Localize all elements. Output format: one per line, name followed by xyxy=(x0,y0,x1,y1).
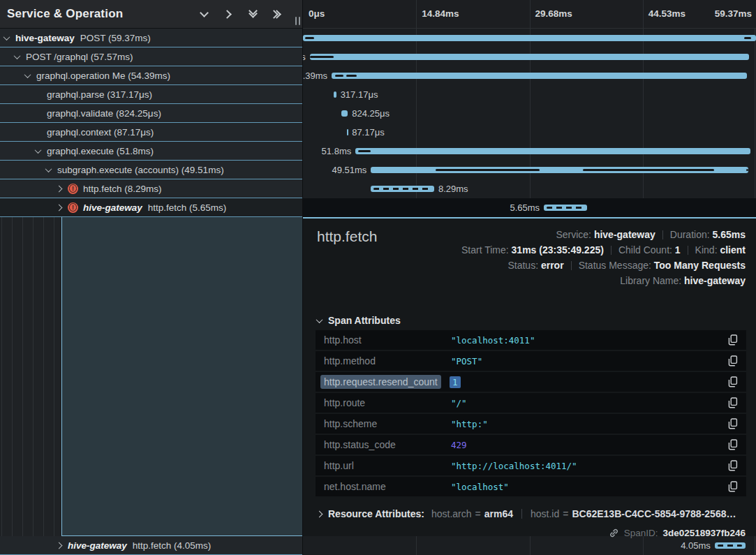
tree-row[interactable]: POST /graphql (57.57ms) xyxy=(0,47,302,66)
attribute-row: http.url"http://localhost:4011/" xyxy=(316,456,746,475)
copy-icon[interactable] xyxy=(728,355,738,367)
collapse-all-icon[interactable] xyxy=(247,8,258,20)
timeline-row[interactable]: 57.57ms xyxy=(303,47,756,66)
chevron-right-icon[interactable] xyxy=(56,542,63,549)
attribute-row: http.status_code429 xyxy=(316,435,746,454)
child-span-mark xyxy=(346,75,356,77)
copy-icon[interactable] xyxy=(728,460,738,471)
expand-one-icon[interactable] xyxy=(223,8,234,20)
span-label: graphql.context (87.17μs) xyxy=(47,127,154,138)
span-tree: hive-gatewayPOST (59.37ms)POST /graphql … xyxy=(0,29,302,217)
copy-icon[interactable] xyxy=(728,481,738,492)
trace-viewer: Service & Operation hive-gatewayPOST (59… xyxy=(0,0,756,555)
tree-header-actions xyxy=(198,8,295,20)
resource-attributes-row[interactable]: Resource Attributes: host.arch=arm64host… xyxy=(317,508,746,519)
meta-label: Status: xyxy=(507,260,540,271)
copy-icon[interactable] xyxy=(728,376,738,387)
timeline-row[interactable] xyxy=(303,29,756,47)
tree-row[interactable]: graphql.execute (51.8ms) xyxy=(0,142,302,161)
attribute-value: "http:" xyxy=(451,419,488,429)
selected-span-expansion xyxy=(61,217,302,536)
timeline-row[interactable]: 51.8ms xyxy=(303,142,756,161)
resource-divider xyxy=(521,509,522,519)
span-attributes-table: http.host"localhost:4011"http.method"POS… xyxy=(316,330,746,498)
duration-label: 87.17μs xyxy=(348,123,385,142)
timeline-row[interactable]: 54.39ms xyxy=(303,66,756,85)
child-span-mark xyxy=(358,150,371,152)
attribute-row: http.route"/" xyxy=(316,393,746,413)
tree-row[interactable]: subgraph.execute (accounts) (49.51ms) xyxy=(0,161,302,179)
child-span-marks xyxy=(718,545,742,547)
duration-label: 54.39ms xyxy=(303,66,332,85)
resource-value: arm64 xyxy=(484,508,513,519)
span-duration-bar[interactable] xyxy=(332,73,747,79)
meta-label: Service: xyxy=(556,229,593,240)
axis-tick-0: 0μs xyxy=(309,8,325,19)
span-label: graphql.validate (824.25μs) xyxy=(47,108,161,119)
chevron-right-icon xyxy=(317,510,323,517)
collapse-one-icon[interactable] xyxy=(198,8,209,20)
meta-value: hive-gateway xyxy=(594,229,655,240)
expand-all-icon[interactable] xyxy=(272,8,283,20)
tree-header-title: Service & Operation xyxy=(7,7,123,21)
span-duration-bar[interactable] xyxy=(341,110,348,117)
attribute-key: http.method xyxy=(324,355,451,367)
span-tree-panel: Service & Operation hive-gatewayPOST (59… xyxy=(0,0,303,555)
service-name: hive-gateway xyxy=(83,202,142,213)
child-span-mark xyxy=(310,56,333,58)
panel-resize-handle[interactable] xyxy=(295,17,302,25)
timeline-row[interactable]: 824.25μs xyxy=(303,104,756,123)
span-meta-line: Start Time: 31ms (23:35:49.225)Child Cou… xyxy=(461,242,746,258)
span-meta: Service: hive-gatewayDuration: 5.65msSta… xyxy=(461,227,746,288)
span-duration-bar[interactable] xyxy=(355,148,750,154)
copy-icon[interactable] xyxy=(728,334,738,346)
tree-row[interactable]: http.fetch (8.29ms) xyxy=(0,179,302,198)
tree-row[interactable]: hive-gatewayPOST (59.37ms) xyxy=(0,29,302,47)
chevron-right-icon[interactable] xyxy=(56,204,63,211)
timeline-row[interactable]: 317.17μs xyxy=(303,85,756,104)
chevron-down-icon[interactable] xyxy=(24,71,31,78)
chevron-right-icon[interactable] xyxy=(56,185,63,192)
timeline-panel: 0μs 14.84ms 29.68ms 44.53ms 59.37ms 57.5… xyxy=(303,0,756,555)
tree-row[interactable]: graphql.parse (317.17μs) xyxy=(0,85,302,104)
meta-value: error xyxy=(541,260,564,271)
meta-divider xyxy=(611,246,612,255)
chevron-down-icon[interactable] xyxy=(3,34,10,40)
span-duration-bar[interactable] xyxy=(303,35,756,41)
tree-row[interactable]: hive-gatewayhttp.fetch (4.05ms) xyxy=(0,536,302,555)
duration-label: 8.29ms xyxy=(434,179,468,198)
meta-value: 1 xyxy=(675,244,681,256)
attribute-row: http.request.resend_count1 xyxy=(316,372,746,392)
copy-icon[interactable] xyxy=(728,397,738,408)
resource-value: BC62E13B-C4CC-5854-9788-2568… xyxy=(572,508,736,519)
span-meta-line: Status: errorStatus Message: Too Many Re… xyxy=(461,258,746,273)
tree-row[interactable]: graphql.validate (824.25μs) xyxy=(0,104,302,123)
timeline-row[interactable]: 49.51ms xyxy=(303,161,756,179)
tree-row[interactable]: graphql.operation Me (54.39ms) xyxy=(0,66,302,85)
timeline-row[interactable]: 87.17μs xyxy=(303,123,756,142)
child-span-marks xyxy=(373,188,431,190)
tree-row[interactable]: hive-gatewayhttp.fetch (5.65ms) xyxy=(0,198,302,217)
meta-label: Library Name: xyxy=(620,275,684,286)
meta-value: 5.65ms xyxy=(713,229,746,240)
child-span-mark xyxy=(744,37,751,39)
timeline-row[interactable]: 8.29ms xyxy=(303,179,756,198)
span-attributes-header[interactable]: Span Attributes xyxy=(317,315,401,326)
attribute-value: "localhost:4011" xyxy=(451,335,535,346)
equals-sign: = xyxy=(563,508,568,519)
chevron-down-icon[interactable] xyxy=(45,165,52,172)
copy-icon[interactable] xyxy=(728,439,738,450)
meta-label: Kind: xyxy=(695,244,720,256)
span-duration-bar[interactable] xyxy=(310,54,749,60)
chevron-down-icon[interactable] xyxy=(35,147,42,154)
chevron-down-icon[interactable] xyxy=(14,52,21,59)
span-tree-bottom: hive-gatewayhttp.fetch (4.05ms) xyxy=(0,536,302,555)
copy-icon[interactable] xyxy=(728,418,738,429)
axis-tick-3: 44.53ms xyxy=(648,8,685,19)
tree-row[interactable]: graphql.context (87.17μs) xyxy=(0,123,302,142)
timeline-row[interactable]: 4.05ms xyxy=(303,536,756,555)
meta-value: Too Many Requests xyxy=(654,260,746,271)
timeline-row[interactable]: 5.65ms xyxy=(303,198,756,217)
resource-key: host.arch xyxy=(431,508,472,519)
span-label: graphql.operation Me (54.39ms) xyxy=(36,71,170,81)
